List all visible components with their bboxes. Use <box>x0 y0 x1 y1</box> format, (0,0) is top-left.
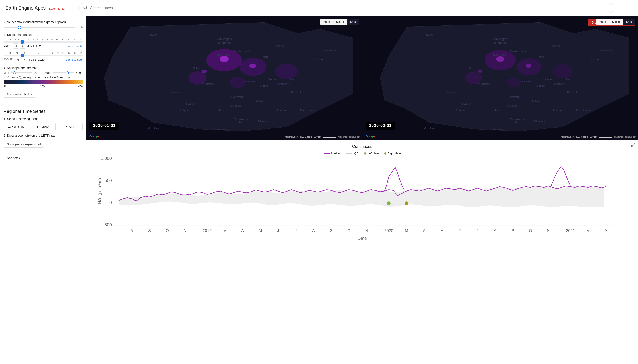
right-date-section: 031 Feb 23 45 67 89 1011 1213 14 RIGHT: … <box>4 52 83 62</box>
rectangle-mode-button[interactable]: ▬ Rectangle <box>4 123 28 130</box>
right-jump-to-date[interactable]: Jump to date <box>66 58 83 61</box>
svg-text:Griechenland: Griechenland <box>300 108 317 112</box>
svg-text:A: A <box>241 228 244 233</box>
max-thumb[interactable] <box>66 71 69 74</box>
color-bar <box>4 80 83 84</box>
year-chart-button[interactable]: Show year-over-year chart <box>4 141 44 148</box>
svg-point-15 <box>249 64 256 68</box>
svg-text:Bulgarien: Bulgarien <box>550 108 562 112</box>
left-map-bg: Vereinigtes Königreich Niederlande Deuts… <box>86 16 362 140</box>
draw-instruction: 2. Draw a geometry on the LEFT map. <box>4 134 83 137</box>
left-kartendaten: Kartendaten © 2021 Google <box>284 136 312 138</box>
svg-text:Kroatien: Kroatien <box>230 104 241 108</box>
svg-text:Tschechien: Tschechien <box>243 80 255 83</box>
svg-text:Portugal: Portugal <box>179 108 190 112</box>
point-mode-button[interactable]: • Point <box>58 123 83 130</box>
svg-text:A: A <box>604 228 607 233</box>
svg-text:Österreich: Österreich <box>231 96 243 98</box>
svg-text:Königreich: Königreich <box>217 41 232 44</box>
left-dark-btn[interactable]: Dark <box>347 19 359 25</box>
svg-text:Dänemark: Dänemark <box>325 49 336 52</box>
left-date-value: Jan 1, 2020 <box>27 44 64 48</box>
svg-text:Mittelmeer: Mittelmeer <box>258 120 271 123</box>
left-date-scale: 031 20203 45 67 89 1011 1213 14 <box>4 38 83 41</box>
right-dark-btn[interactable]: Dark <box>623 19 635 25</box>
sidebar-divider <box>4 105 83 106</box>
right-panel: Vereinigtes Königreich Niederlande Deuts… <box>86 16 638 364</box>
svg-text:J: J <box>476 228 478 233</box>
min-slider[interactable] <box>11 72 32 73</box>
svg-line-95 <box>631 145 633 146</box>
left-karte-btn[interactable]: Karte <box>320 19 333 25</box>
search-input[interactable] <box>90 6 609 10</box>
right-date-handle[interactable] <box>21 54 24 57</box>
svg-text:Königreich: Königreich <box>493 41 507 44</box>
left-date-dot-icon <box>364 152 366 154</box>
rectangle-label: Rectangle <box>11 125 24 128</box>
svg-text:1,000: 1,000 <box>101 157 112 161</box>
cloud-slider-track[interactable] <box>4 27 75 28</box>
svg-text:NO₂ (μmol/m²): NO₂ (μmol/m²) <box>98 178 102 204</box>
max-slider[interactable] <box>53 72 74 73</box>
see-notes-button[interactable]: See notes <box>4 154 23 162</box>
legend-left-date: Left date <box>364 152 379 155</box>
svg-text:J: J <box>277 228 279 233</box>
svg-text:O: O <box>347 228 350 233</box>
more-menu-icon[interactable]: ⋮ <box>627 5 633 11</box>
search-bar[interactable] <box>79 3 614 13</box>
svg-text:Italien: Italien <box>492 108 500 112</box>
left-satellit-btn[interactable]: Satellit <box>333 19 347 25</box>
date-section: 3. Select map dates: 031 20203 45 67 89 … <box>4 33 83 62</box>
svg-text:Irland: Irland <box>426 33 433 36</box>
palette-section: 4. Adjust palette stretch: Min: 20 Max: … <box>4 66 83 88</box>
svg-text:Rumänien: Rumänien <box>567 91 580 94</box>
color-label-mid: 200 <box>40 85 45 88</box>
right-date-prev[interactable]: ◀ <box>15 57 20 62</box>
right-satellit-btn[interactable]: Satellit <box>609 19 623 25</box>
svg-text:Litauen: Litauen <box>315 58 324 61</box>
chart-area: Continuous Median IQR Left date Right <box>86 140 638 364</box>
chart-expand-icon[interactable] <box>631 142 635 148</box>
chart-title: Continuous <box>93 144 631 149</box>
point-label: Point <box>68 125 75 128</box>
chart-svg: 1,000 500 0 -500 NO₂ (μmol/m²) A S O N <box>93 157 631 241</box>
svg-text:Ungarn: Ungarn <box>536 84 544 88</box>
svg-point-57 <box>552 64 572 78</box>
svg-text:Portugal: Portugal <box>455 108 466 112</box>
show-swipe-button[interactable]: Show swipe display <box>4 91 35 98</box>
median-label: Median <box>331 152 341 155</box>
right-date-dot-icon <box>384 152 386 154</box>
left-date-handle[interactable] <box>21 40 24 44</box>
regional-section: Regional Time Series 1. Select a drawing… <box>4 109 83 162</box>
left-date-next[interactable]: ▶ <box>20 44 26 49</box>
svg-point-61 <box>526 64 531 68</box>
no2-label: NO2 (μmol/m²), tropospheric vertical col… <box>4 76 83 79</box>
right-map[interactable]: Vereinigtes Königreich Niederlande Deuts… <box>362 16 638 140</box>
polygon-mode-button[interactable]: ▲ Polygon <box>31 123 55 130</box>
svg-text:M: M <box>259 228 262 233</box>
cloud-slider-thumb[interactable] <box>18 26 21 29</box>
svg-text:O: O <box>166 228 169 233</box>
svg-point-60 <box>496 56 504 62</box>
left-map[interactable]: Vereinigtes Königreich Niederlande Deuts… <box>86 16 362 140</box>
left-date-slider[interactable] <box>4 41 83 42</box>
chart-legend: Median IQR Left date Right date <box>93 152 631 155</box>
svg-text:N: N <box>365 228 368 233</box>
app-header: Earth Engine Apps Experimental ⋮ <box>0 0 638 16</box>
right-karte-btn[interactable]: Karte <box>596 19 609 25</box>
right-map-type-buttons: Karte Satellit Dark <box>596 19 635 25</box>
polygon-label: Polygon <box>40 125 50 128</box>
left-date-badge: 2020-01-01 <box>90 122 119 130</box>
iqr-line-icon <box>346 153 352 154</box>
right-date-next[interactable]: ▶ <box>22 57 27 62</box>
left-nutz-link[interactable]: Nutzungsbedingungen <box>338 136 360 138</box>
svg-line-1 <box>86 8 87 9</box>
right-nutz-link[interactable]: Nutzungsbedingungen <box>614 136 636 138</box>
left-date-prev[interactable]: ◀ <box>13 44 19 49</box>
left-map-attribution: Kartendaten © 2021 Google 500 km Nutzung… <box>284 136 360 138</box>
min-thumb[interactable] <box>13 71 16 74</box>
svg-text:2020: 2020 <box>384 228 393 233</box>
right-date-slider[interactable] <box>4 55 83 56</box>
left-jump-to-date[interactable]: Jump to date <box>66 44 83 48</box>
svg-text:500: 500 <box>105 178 112 183</box>
